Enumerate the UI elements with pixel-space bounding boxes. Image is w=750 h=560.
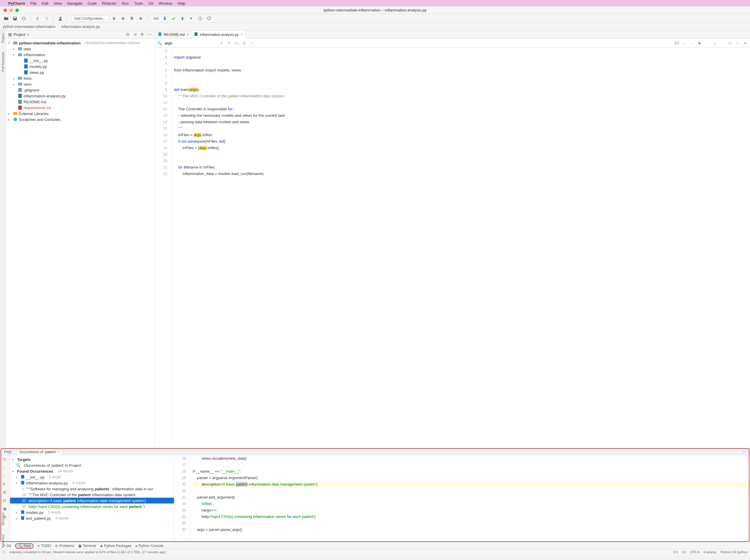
close-icon[interactable]: ✕ (186, 33, 189, 37)
run-icon[interactable] (111, 15, 117, 22)
tree-file-init[interactable]: __init__.py (6, 58, 155, 64)
toggle-filter-icon[interactable]: ≡ (735, 40, 741, 46)
rerun-icon[interactable]: ↻ (3, 457, 8, 462)
preview-icon[interactable]: ▣ (3, 506, 8, 512)
tree-root[interactable]: ▾ python-intermediate-inflammation~/work… (6, 40, 155, 46)
rail-project[interactable]: Project (1, 33, 5, 43)
tree-file-analysis[interactable]: inflammation-analysis.py (6, 93, 155, 99)
status-indent[interactable]: 4 spaces (704, 550, 716, 554)
gear-icon[interactable]: ⚙ (140, 32, 146, 37)
select-all-icon[interactable]: ▣ (696, 40, 702, 46)
menu-file[interactable]: File (30, 1, 37, 5)
coverage-icon[interactable] (129, 15, 135, 22)
menu-navigate[interactable]: Navigate (67, 1, 82, 5)
status-cursor-pos[interactable]: 8:1 (673, 550, 678, 554)
menu-edit[interactable]: Edit (42, 1, 48, 5)
tree-file-readme[interactable]: README.md (6, 99, 155, 105)
regex-button[interactable]: .* (249, 40, 255, 46)
status-encoding[interactable]: UTF-8 (690, 550, 699, 554)
prev-result-icon[interactable]: ↑ (3, 465, 8, 471)
back-icon[interactable] (35, 15, 41, 22)
reload-icon[interactable] (21, 15, 27, 22)
tree-folder-venv[interactable]: ▸venv (6, 81, 155, 87)
add-configuration-button[interactable]: Add Configuration... (71, 16, 108, 21)
search-input[interactable] (164, 40, 217, 46)
tree-folder-data[interactable]: ▸data (6, 46, 155, 52)
save-icon[interactable] (12, 15, 18, 22)
menu-code[interactable]: Code (88, 1, 97, 5)
menu-help[interactable]: Help (177, 1, 185, 5)
find-found-node[interactable]: ▾Found Occurrences 14 results (10, 468, 174, 474)
tab-analysis[interactable]: inflammation-analysis.py✕ (192, 30, 245, 39)
tree-folder-tests[interactable]: ▸tests (6, 75, 155, 81)
tree-scratches[interactable]: ▸Scratches and Consoles (6, 117, 155, 122)
find-file-testpatient[interactable]: ▸test_patient.py 4 results (10, 515, 174, 521)
find-results-tree[interactable]: ▾Targets 🔍 Occurrences of 'patient' in P… (10, 455, 174, 541)
filter-icon[interactable]: ▼ (742, 40, 748, 46)
clear-search-icon[interactable]: ✕ (218, 40, 224, 46)
git-push-icon[interactable] (179, 15, 186, 22)
menu-tools[interactable]: Tools (134, 1, 143, 5)
status-interpreter[interactable]: Python 3.9 (python (721, 550, 748, 554)
rail-favorites[interactable]: Favorites (1, 534, 5, 548)
avatar-icon[interactable] (57, 15, 64, 22)
find-targets-node[interactable]: ▾Targets (10, 456, 174, 462)
fullscreen-window-button[interactable] (15, 8, 19, 12)
stop-icon[interactable] (137, 15, 144, 22)
select-opened-icon[interactable]: ⊟ (126, 32, 132, 37)
bottom-find[interactable]: 🔍 Find (15, 543, 33, 548)
rail-pull-requests[interactable]: Pull Requests (1, 52, 5, 72)
git-new-branch-icon[interactable]: ✦ (188, 15, 195, 22)
debug-icon[interactable] (120, 15, 126, 22)
select-all-occurrences-icon[interactable]: ☑ (727, 40, 733, 46)
tree-file-gitignore[interactable]: .gitignore (6, 87, 155, 93)
find-line-30[interactable]: 30description='A basic patient inflammat… (10, 498, 174, 503)
menu-refactor[interactable]: Refactor (102, 1, 117, 5)
find-line-10[interactable]: 10"""The MVC Controller of the patient i… (10, 492, 174, 498)
git-update-icon[interactable] (162, 15, 168, 22)
app-name[interactable]: PyCharm (8, 1, 25, 5)
code-editor[interactable]: 345678910111213141516171819202122 import… (155, 48, 750, 448)
status-line-sep[interactable]: LF (682, 550, 686, 554)
forward-icon[interactable] (43, 15, 50, 22)
close-icon[interactable]: ✕ (240, 33, 243, 37)
add-selection-icon[interactable]: + (712, 40, 718, 46)
tree-file-requirements[interactable]: requirements.txt (6, 105, 155, 110)
git-commit-icon[interactable] (171, 15, 177, 22)
next-result-icon[interactable]: ↓ (3, 474, 8, 479)
breadcrumb-root[interactable]: python-intermediate-inflammation (3, 25, 55, 29)
open-icon[interactable] (3, 15, 9, 22)
words-button[interactable]: W (241, 40, 247, 46)
hide-icon[interactable]: — (147, 32, 153, 37)
tree-file-models[interactable]: models.py (6, 64, 155, 69)
bottom-packages[interactable]: ◈ Python Packages (100, 544, 131, 548)
close-window-button[interactable] (3, 8, 7, 12)
remove-selection-icon[interactable]: − (719, 40, 725, 46)
bottom-console[interactable]: ▸ Python Console (136, 544, 164, 548)
find-line-2[interactable]: 2"""Software for managing and analysing … (10, 486, 174, 492)
find-file-models[interactable]: ▸models.py 5 results (10, 510, 174, 515)
tab-readme[interactable]: README.md✕ (155, 30, 192, 39)
menu-view[interactable]: View (54, 1, 62, 5)
collapse-all-icon[interactable]: ⊟ (3, 498, 8, 503)
menu-git[interactable]: Git (149, 1, 153, 5)
tree-file-views[interactable]: views.py (6, 69, 155, 75)
find-file-init[interactable]: ▸__init__.py 1 result (10, 474, 174, 480)
git-history-icon[interactable] (197, 15, 203, 22)
expand-all-icon[interactable]: ⊞ (3, 490, 8, 495)
tree-external-libraries[interactable]: ▸External Libraries (6, 110, 155, 117)
prev-history-icon[interactable]: ↻ (226, 40, 232, 46)
find-preview-editor[interactable]: 262728293031323334353637 views.visualize… (174, 455, 749, 541)
find-tab[interactable]: Occurrences of 'patient' ✕ (17, 449, 63, 455)
bottom-terminal[interactable]: ▣ Terminal (78, 544, 96, 548)
export-icon[interactable]: ⎘ (3, 482, 8, 487)
bottom-todo[interactable]: ≡ TODO (38, 544, 51, 548)
chevron-down-icon[interactable]: ▾ (27, 32, 29, 37)
prev-match-icon[interactable]: ↑ (681, 40, 687, 46)
find-target-desc[interactable]: 🔍 Occurrences of 'patient' in Project (10, 462, 174, 468)
rail-structure[interactable]: Structure (1, 512, 5, 525)
project-tree[interactable]: ▾ python-intermediate-inflammation~/work… (6, 39, 155, 448)
tree-folder-inflammation[interactable]: ▾inflammation (6, 52, 155, 58)
menu-window[interactable]: Window (159, 1, 172, 5)
find-file-analysis[interactable]: ▾inflammation-analysis.py 4 results (10, 480, 174, 486)
